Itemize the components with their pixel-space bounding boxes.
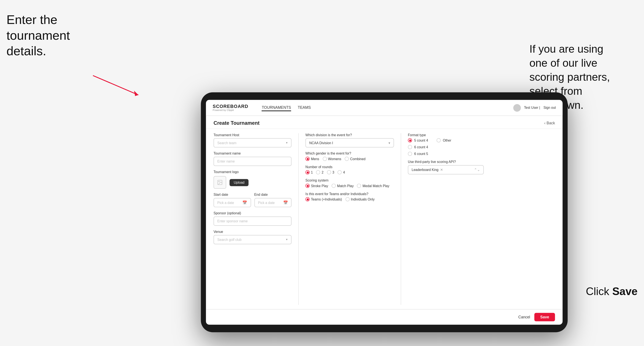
- form-col-left: Tournament Host Search team ▾ Tournament…: [214, 133, 292, 305]
- nav-tournaments[interactable]: TOURNAMENTS: [262, 104, 291, 111]
- nav-teams[interactable]: TEAMS: [298, 104, 311, 111]
- gender-label: Which gender is the event for?: [306, 152, 394, 156]
- scoring-match-radio[interactable]: [332, 184, 336, 188]
- rounds-label: Number of rounds: [306, 165, 394, 169]
- tablet-screen: SCOREBOARD Powered by Clippit TOURNAMENT…: [206, 100, 563, 325]
- gender-combined[interactable]: Combined: [344, 157, 365, 161]
- scoring-radio-group: Stroke Play Match Play Medal Match Play: [306, 184, 394, 188]
- scoring-stroke[interactable]: Stroke Play: [306, 184, 328, 188]
- svg-point-9: [218, 181, 219, 182]
- host-input[interactable]: Search team ▾: [214, 138, 292, 148]
- format-6count4-radio[interactable]: [408, 145, 412, 149]
- division-field: Which division is the event for? NCAA Di…: [306, 133, 394, 148]
- user-name: Test User |: [524, 106, 540, 110]
- gender-mens[interactable]: Mens: [306, 157, 319, 161]
- user-avatar: [513, 104, 520, 111]
- upload-button[interactable]: Upload: [230, 179, 248, 186]
- round-1-radio[interactable]: [306, 170, 310, 174]
- teams-teams[interactable]: Teams (+Individuals): [306, 197, 342, 201]
- live-scoring-field: Use third-party live scoring API? Leader…: [408, 160, 490, 174]
- teams-label: Is this event for Teams and/or Individua…: [306, 192, 394, 196]
- sponsor-input[interactable]: Enter sponsor name: [214, 216, 292, 226]
- teams-field: Is this event for Teams and/or Individua…: [306, 192, 394, 201]
- teams-radio-group: Teams (+Individuals) Individuals Only: [306, 197, 394, 201]
- format-other[interactable]: Other: [436, 138, 451, 142]
- round-4-radio[interactable]: [338, 170, 342, 174]
- date-row: Start date Pick a date 📅 End date: [214, 193, 292, 207]
- format-5count4[interactable]: 5 count 4: [408, 138, 428, 142]
- live-scoring-value: Leaderboard King: [412, 168, 438, 172]
- format-type-field: Format type 5 count 4: [408, 133, 490, 156]
- scoring-stroke-radio[interactable]: [306, 184, 310, 188]
- gender-womens[interactable]: Womens: [322, 157, 341, 161]
- round-4[interactable]: 4: [338, 170, 345, 174]
- format-right: Other: [436, 138, 451, 142]
- cancel-button[interactable]: Cancel: [518, 315, 530, 319]
- division-select[interactable]: NCAA Division I ▾: [306, 138, 394, 148]
- venue-field: Venue Search golf club ▾: [214, 230, 292, 244]
- format-other-radio[interactable]: [436, 138, 441, 142]
- division-label: Which division is the event for?: [306, 133, 394, 137]
- gender-womens-radio[interactable]: [322, 157, 327, 161]
- page-header: Create Tournament ‹ Back: [206, 116, 563, 129]
- navbar: SCOREBOARD Powered by Clippit TOURNAMENT…: [206, 100, 563, 116]
- end-date-input[interactable]: Pick a date 📅: [254, 198, 292, 207]
- annotation-bottom-right: Click Save: [586, 285, 638, 299]
- back-link[interactable]: ‹ Back: [544, 121, 555, 125]
- brand-name: SCOREBOARD: [213, 104, 248, 109]
- venue-dropdown-icon: ▾: [286, 238, 288, 241]
- host-label: Tournament Host: [214, 133, 292, 137]
- tournament-host-field: Tournament Host Search team ▾: [214, 133, 292, 148]
- svg-marker-1: [134, 91, 138, 96]
- form-col-mid: Which division is the event for? NCAA Di…: [306, 133, 394, 305]
- format-6count5[interactable]: 6 count 5: [408, 152, 428, 156]
- dropdown-icon: ▾: [286, 141, 288, 145]
- gender-mens-radio[interactable]: [306, 157, 310, 161]
- scoring-medal-radio[interactable]: [357, 184, 362, 188]
- col-divider-1: [298, 133, 299, 305]
- round-3-radio[interactable]: [327, 170, 331, 174]
- scoring-medal[interactable]: Medal Match Play: [357, 184, 389, 188]
- scoring-label: Scoring system: [306, 179, 394, 182]
- navbar-nav: TOURNAMENTS TEAMS: [262, 104, 311, 111]
- format-type-label: Format type: [408, 133, 490, 137]
- name-input[interactable]: Enter name: [214, 157, 292, 166]
- format-6count5-radio[interactable]: [408, 152, 412, 156]
- start-date-input[interactable]: Pick a date 📅: [214, 198, 251, 207]
- navbar-brand: SCOREBOARD Powered by Clippit: [213, 104, 248, 111]
- signout-link[interactable]: Sign out: [544, 106, 556, 110]
- navbar-right: Test User | Sign out: [513, 104, 556, 111]
- format-type-options: 5 count 4 6 count 4 6 coun: [408, 138, 490, 156]
- live-scoring-label: Use third-party live scoring API?: [408, 160, 490, 164]
- logo-upload-area: Upload: [214, 176, 292, 189]
- round-2-radio[interactable]: [316, 170, 320, 174]
- format-left: 5 count 4 6 count 4 6 coun: [408, 138, 428, 156]
- round-2[interactable]: 2: [316, 170, 324, 174]
- end-date-field: End date Pick a date 📅: [254, 193, 292, 207]
- tournament-logo-field: Tournament logo: [214, 170, 292, 189]
- scoring-field: Scoring system Stroke Play Match Play: [306, 179, 394, 188]
- save-button[interactable]: Save: [534, 313, 555, 321]
- division-chevron: ▾: [388, 141, 390, 145]
- svg-line-0: [93, 76, 138, 95]
- col-divider-2: [401, 133, 401, 305]
- start-date-field: Start date Pick a date 📅: [214, 193, 251, 207]
- tablet-device: SCOREBOARD Powered by Clippit TOURNAMENT…: [201, 92, 568, 333]
- teams-teams-radio[interactable]: [306, 197, 310, 201]
- page-title: Create Tournament: [214, 120, 260, 126]
- teams-individuals-radio[interactable]: [345, 197, 350, 201]
- format-5count4-radio[interactable]: [408, 138, 412, 142]
- round-1[interactable]: 1: [306, 170, 313, 174]
- rounds-field: Number of rounds 1 2: [306, 165, 394, 174]
- tournament-name-field: Tournament name Enter name: [214, 152, 292, 166]
- live-scoring-clear[interactable]: ✕: [440, 168, 443, 172]
- teams-individuals[interactable]: Individuals Only: [345, 197, 374, 201]
- form-footer: Cancel Save: [206, 309, 563, 325]
- venue-input[interactable]: Search golf club ▾: [214, 235, 292, 244]
- gender-combined-radio[interactable]: [344, 157, 349, 161]
- form-col-right: Format type 5 count 4: [408, 133, 490, 305]
- format-6count4[interactable]: 6 count 4: [408, 145, 428, 149]
- scoring-match[interactable]: Match Play: [332, 184, 354, 188]
- live-scoring-input[interactable]: Leaderboard King ✕ ⌃⌄: [408, 165, 484, 174]
- round-3[interactable]: 3: [327, 170, 334, 174]
